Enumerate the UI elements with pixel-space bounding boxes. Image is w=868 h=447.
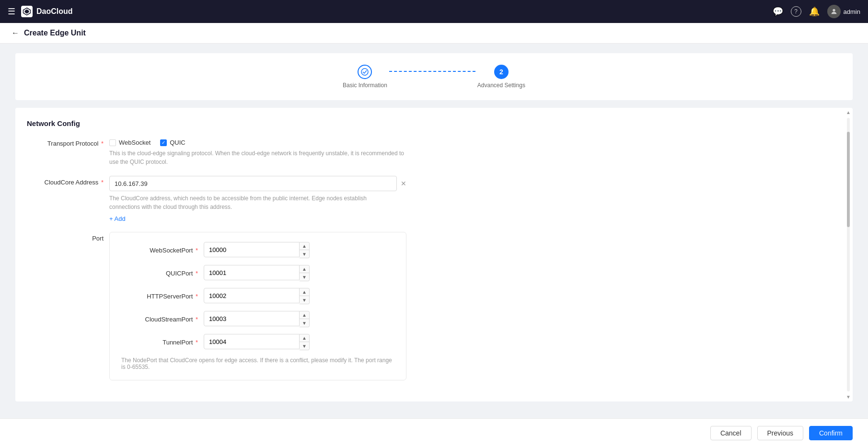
transport-protocol-hint: This is the cloud-edge signaling protoco… xyxy=(109,149,406,166)
scroll-thumb xyxy=(847,132,850,228)
footer: Cancel Previous Confirm xyxy=(0,418,868,440)
http-server-port-up[interactable]: ▲ xyxy=(300,288,309,296)
http-server-port-input[interactable] xyxy=(204,288,300,303)
chat-icon[interactable]: 💬 xyxy=(773,6,783,17)
step-2-label: Advanced Settings xyxy=(477,82,525,89)
nav-right: 💬 ? 🔔 admin xyxy=(773,5,860,18)
scroll-up-arrow[interactable]: ▲ xyxy=(846,108,851,117)
step-1: Basic Information xyxy=(343,65,387,89)
websocket-label: WebSocket xyxy=(119,139,150,146)
http-server-port-input-group: ▲ ▼ xyxy=(204,288,310,304)
port-row: Port WebSocketPort * ▲ ▼ xyxy=(27,232,841,380)
quic-port-input[interactable] xyxy=(204,265,300,280)
step-1-label: Basic Information xyxy=(343,82,387,89)
previous-button[interactable]: Previous xyxy=(757,426,803,440)
required-star-1: * xyxy=(101,140,104,147)
avatar xyxy=(827,5,841,18)
tunnel-port-spinner: ▲ ▼ xyxy=(300,334,310,350)
quic-checkbox[interactable]: QUIC xyxy=(160,139,185,146)
port-controls: WebSocketPort * ▲ ▼ xyxy=(109,232,406,380)
http-server-port-label: HTTPServerPort * xyxy=(121,293,198,300)
transport-protocol-row: Transport Protocol * WebSocket QUIC This… xyxy=(27,137,841,166)
websocket-port-spinner: ▲ ▼ xyxy=(300,242,310,258)
step-2-circle: 2 xyxy=(494,65,509,79)
cloud-stream-port-row: CloudStreamPort * ▲ ▼ xyxy=(121,311,394,327)
username-label: admin xyxy=(844,8,860,15)
websocket-port-label: WebSocketPort * xyxy=(121,247,198,254)
websocket-port-down[interactable]: ▼ xyxy=(300,250,309,258)
quic-port-down[interactable]: ▼ xyxy=(300,273,309,281)
quic-port-spinner: ▲ ▼ xyxy=(300,265,310,281)
page-header: ← Create Edge Unit xyxy=(0,23,868,44)
hamburger-icon[interactable]: ☰ xyxy=(8,6,15,17)
cloudcore-hint: The CloudCore address, which needs to be… xyxy=(109,194,406,211)
cancel-button[interactable]: Cancel xyxy=(710,426,752,440)
port-label: Port xyxy=(27,232,104,242)
scrollbar: ▲ ▼ xyxy=(846,108,851,401)
svg-marker-1 xyxy=(25,10,29,14)
help-icon[interactable]: ? xyxy=(791,6,801,17)
scroll-track xyxy=(847,118,850,391)
tunnel-port-input-group: ▲ ▼ xyxy=(204,334,310,350)
nav-left: ☰ DaoCloud xyxy=(8,6,73,17)
tunnel-port-label: TunnelPort * xyxy=(121,339,198,346)
cloudcore-label: CloudCore Address * xyxy=(27,176,104,186)
tunnel-port-up[interactable]: ▲ xyxy=(300,334,309,342)
main-content: Basic Information 2 Advanced Settings ▲ … xyxy=(0,44,868,440)
websocket-port-input[interactable] xyxy=(204,242,300,257)
websocket-port-input-group: ▲ ▼ xyxy=(204,242,310,258)
cloudcore-address-input[interactable] xyxy=(109,176,397,191)
websocket-checkbox-box[interactable] xyxy=(109,139,116,146)
port-hint: The NodePort that CloudCore opens for ed… xyxy=(121,357,394,370)
logo-icon xyxy=(21,6,33,17)
tunnel-port-input[interactable] xyxy=(204,334,300,349)
http-server-port-row: HTTPServerPort * ▲ ▼ xyxy=(121,288,394,304)
quic-port-row: QUICPort * ▲ ▼ xyxy=(121,265,394,281)
cloud-stream-port-label: CloudStreamPort * xyxy=(121,316,198,323)
step-connector xyxy=(389,71,475,72)
top-navigation: ☰ DaoCloud 💬 ? 🔔 admin xyxy=(0,0,868,23)
clear-cloudcore-button[interactable]: ✕ xyxy=(401,180,406,187)
stepper-card: Basic Information 2 Advanced Settings xyxy=(15,53,853,100)
http-server-port-down[interactable]: ▼ xyxy=(300,296,309,304)
websocket-port-row: WebSocketPort * ▲ ▼ xyxy=(121,242,394,258)
port-box: WebSocketPort * ▲ ▼ xyxy=(109,232,406,380)
checkbox-group: WebSocket QUIC xyxy=(109,137,406,146)
step-1-circle xyxy=(358,65,372,79)
cloudcore-input-group: ✕ xyxy=(109,176,406,191)
transport-protocol-label: Transport Protocol * xyxy=(27,137,104,147)
user-area[interactable]: admin xyxy=(827,5,860,18)
cloud-stream-port-down[interactable]: ▼ xyxy=(300,319,309,327)
logo-text: DaoCloud xyxy=(36,7,73,16)
add-address-button[interactable]: + Add xyxy=(109,215,406,222)
required-star-2: * xyxy=(101,179,104,186)
cloudcore-address-row: CloudCore Address * ✕ The CloudCore addr… xyxy=(27,176,841,222)
step-2: 2 Advanced Settings xyxy=(477,65,525,89)
websocket-checkbox[interactable]: WebSocket xyxy=(109,139,150,146)
stepper: Basic Information 2 Advanced Settings xyxy=(343,65,525,89)
form-card: ▲ ▼ Network Config Transport Protocol * … xyxy=(15,108,853,401)
confirm-button[interactable]: Confirm xyxy=(809,426,853,440)
bell-icon[interactable]: 🔔 xyxy=(809,6,820,17)
logo: DaoCloud xyxy=(21,6,73,17)
logo-svg xyxy=(23,7,31,16)
page-title: Create Edge Unit xyxy=(24,29,86,37)
quic-checkbox-box[interactable] xyxy=(160,139,167,146)
quic-port-label: QUICPort * xyxy=(121,270,198,277)
quic-port-input-group: ▲ ▼ xyxy=(204,265,310,281)
back-button[interactable]: ← xyxy=(12,29,19,37)
websocket-port-up[interactable]: ▲ xyxy=(300,242,309,250)
section-title: Network Config xyxy=(27,119,841,127)
cloud-stream-port-up[interactable]: ▲ xyxy=(300,311,309,319)
cloud-stream-port-spinner: ▲ ▼ xyxy=(300,311,310,327)
quic-label: QUIC xyxy=(170,139,185,146)
cloudcore-controls: ✕ The CloudCore address, which needs to … xyxy=(109,176,406,222)
svg-point-2 xyxy=(833,9,835,11)
quic-port-up[interactable]: ▲ xyxy=(300,265,309,273)
scroll-down-arrow[interactable]: ▼ xyxy=(846,392,851,401)
transport-protocol-controls: WebSocket QUIC This is the cloud-edge si… xyxy=(109,137,406,166)
cloud-stream-port-input[interactable] xyxy=(204,311,300,326)
svg-point-3 xyxy=(361,69,368,75)
tunnel-port-row: TunnelPort * ▲ ▼ xyxy=(121,334,394,350)
tunnel-port-down[interactable]: ▼ xyxy=(300,342,309,350)
